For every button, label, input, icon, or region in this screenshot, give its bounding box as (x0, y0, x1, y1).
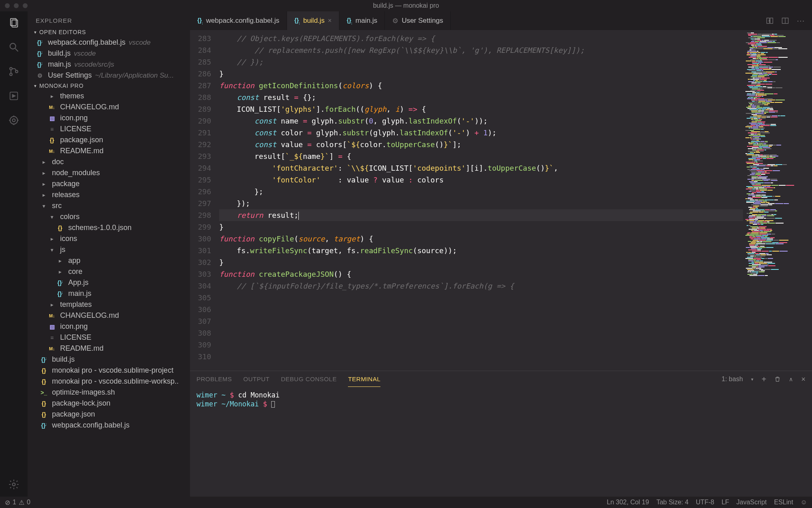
explorer-icon[interactable] (7, 16, 20, 29)
open-editor-item[interactable]: ⚙User Settings ~/Library/Application Su.… (28, 70, 190, 81)
folder-item[interactable]: ▸node_modules (28, 167, 190, 178)
chevron-right-icon: ▸ (55, 258, 65, 264)
window-close[interactable] (5, 3, 10, 8)
open-editor-item[interactable]: {};webpack.config.babel.js vscode (28, 37, 190, 48)
settings-gear-icon[interactable] (7, 478, 20, 491)
close-tab-icon[interactable]: × (328, 17, 332, 24)
folder-item[interactable]: ▸core (28, 266, 190, 277)
terminal-select[interactable]: 1: bash (721, 376, 743, 383)
folder-item[interactable]: ▸package (28, 178, 190, 189)
terminal[interactable]: wimer ~ $ cd Monokaiwimer ~/Monokai $ (190, 387, 812, 497)
open-editor-item[interactable]: {};main.js vscode/src/js (28, 59, 190, 70)
open-editor-item[interactable]: {};build.js vscode (28, 48, 190, 59)
file-item[interactable]: {}schemes-1.0.0.json (28, 222, 190, 233)
file-item[interactable]: >_optimize-images.sh (28, 387, 190, 398)
file-name: webpack.config.babel.js (48, 38, 125, 47)
editor-tab[interactable]: ⚙User Settings (385, 11, 451, 30)
file-item[interactable]: {}package.json (28, 135, 190, 145)
panel-tab-debug-console[interactable]: DEBUG CONSOLE (281, 371, 337, 387)
item-label: optimize-images.sh (52, 388, 115, 397)
folder-item[interactable]: ▸icons (28, 233, 190, 244)
folder-item[interactable]: ▾src (28, 200, 190, 211)
file-item[interactable]: {}monokai pro - vscode.sublime-project (28, 365, 190, 376)
status-eol[interactable]: LF (721, 499, 729, 506)
item-label: build.js (52, 355, 75, 364)
sidebar: EXPLORER ▾ OPEN EDITORS {};webpack.confi… (28, 11, 190, 497)
file-name: main.js (48, 60, 71, 69)
file-item[interactable]: {};webpack.config.babel.js (28, 420, 190, 431)
status-linter[interactable]: ESLint (774, 499, 793, 506)
status-tab-size[interactable]: Tab Size: 4 (657, 499, 689, 506)
folder-item[interactable]: ▾colors (28, 211, 190, 222)
activity-bar (0, 11, 28, 497)
editor-tab[interactable]: {};main.js (339, 11, 385, 30)
window-maximize[interactable] (23, 3, 28, 8)
maximize-panel-icon[interactable]: ∧ (789, 376, 793, 382)
file-item[interactable]: ≡LICENSE (28, 332, 190, 343)
status-problems[interactable]: ⊘1 ⚠0 (5, 499, 30, 506)
file-item[interactable]: M↓README.md (28, 145, 190, 156)
file-item[interactable]: {};main.js (28, 288, 190, 299)
svg-point-6 (15, 70, 18, 73)
code-editor[interactable]: // Object.keys(REPLACEMENTS).forEach(key… (219, 30, 743, 371)
file-item[interactable]: M↓CHANGELOG.md (28, 102, 190, 113)
tab-label: build.js (303, 17, 325, 25)
panel-tab-output[interactable]: OUTPUT (243, 371, 270, 387)
editor-tab[interactable]: {};webpack.config.babel.js (190, 11, 287, 30)
sidebar-title: EXPLORER (28, 11, 190, 27)
minimap[interactable] (743, 30, 812, 371)
editor-tabs: {};webpack.config.babel.js{};build.js×{}… (190, 11, 812, 30)
kill-terminal-icon[interactable] (774, 376, 781, 382)
debug-icon[interactable] (7, 89, 20, 102)
more-icon[interactable]: ⋯ (797, 16, 806, 26)
file-item[interactable]: ≡LICENSE (28, 124, 190, 135)
panel-tab-terminal[interactable]: TERMINAL (348, 371, 380, 387)
panel-tab-problems[interactable]: PROBLEMS (197, 371, 232, 387)
file-item[interactable]: ▧icon.png (28, 321, 190, 332)
file-item[interactable]: {}package-lock.json (28, 398, 190, 409)
status-line-col[interactable]: Ln 302, Col 19 (607, 499, 649, 506)
item-label: icons (60, 234, 77, 243)
chevron-down-icon: ▾ (47, 214, 57, 220)
status-feedback-icon[interactable]: ☺ (801, 499, 807, 506)
open-editors-label: OPEN EDITORS (39, 29, 86, 35)
item-label: monokai pro - vscode.sublime-worksp.. (52, 377, 179, 386)
folder-item[interactable]: ▸themes (28, 91, 190, 102)
folder-item[interactable]: ▾js (28, 244, 190, 255)
folder-item[interactable]: ▸releases (28, 189, 190, 200)
item-label: package.json (60, 136, 103, 144)
item-label: templates (60, 300, 92, 309)
file-item[interactable]: {};App.js (28, 277, 190, 288)
new-terminal-icon[interactable]: + (762, 375, 767, 384)
compare-icon[interactable] (766, 17, 774, 25)
file-item[interactable]: M↓CHANGELOG.md (28, 310, 190, 321)
file-item[interactable]: ▧icon.png (28, 113, 190, 124)
file-item[interactable]: M↓README.md (28, 343, 190, 354)
terminal-dropdown-icon[interactable]: ▾ (751, 377, 754, 382)
project-header[interactable]: ▾ MONOKAI PRO (28, 81, 190, 91)
file-item[interactable]: {}monokai pro - vscode.sublime-worksp.. (28, 376, 190, 387)
status-language[interactable]: JavaScript (736, 499, 767, 506)
editor-body: 2832842852862872882892902912922932942952… (190, 30, 812, 371)
open-editors-header[interactable]: ▾ OPEN EDITORS (28, 27, 190, 37)
source-control-icon[interactable] (7, 65, 20, 78)
split-editor-icon[interactable] (781, 17, 789, 25)
window-minimize[interactable] (14, 3, 19, 8)
item-label: package-lock.json (52, 399, 110, 408)
folder-item[interactable]: ▸doc (28, 156, 190, 167)
chevron-right-icon: ▸ (47, 302, 57, 308)
folder-item[interactable]: ▸app (28, 255, 190, 266)
close-panel-icon[interactable]: × (801, 375, 806, 384)
item-label: README.md (60, 147, 104, 155)
item-label: core (68, 267, 82, 276)
editor-tab[interactable]: {};build.js× (287, 11, 339, 30)
search-icon[interactable] (7, 41, 20, 54)
folder-item[interactable]: ▸templates (28, 299, 190, 310)
file-item[interactable]: {};build.js (28, 354, 190, 365)
status-encoding[interactable]: UTF-8 (696, 499, 714, 506)
item-label: doc (52, 158, 64, 166)
extensions-icon[interactable] (7, 114, 20, 127)
error-icon: ⊘ (5, 499, 10, 506)
svg-line-3 (15, 49, 18, 52)
file-item[interactable]: {}package.json (28, 409, 190, 420)
